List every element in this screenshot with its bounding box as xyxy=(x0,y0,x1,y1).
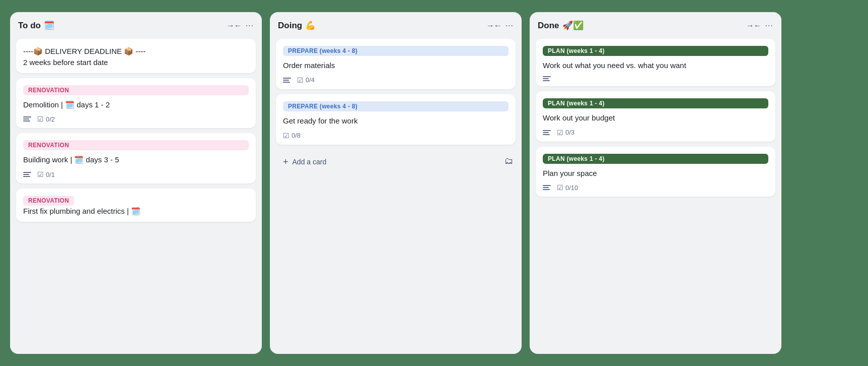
add-card-button[interactable]: + Add a card xyxy=(278,153,331,171)
get-ready-card[interactable]: PREPARE (weeks 4 - 8) Get ready for the … xyxy=(276,94,516,145)
todo-arrows-icon[interactable]: →← xyxy=(227,21,242,30)
work-out-need-tag: PLAN (weeks 1 - 4) xyxy=(543,46,768,56)
plus-icon: + xyxy=(283,157,288,167)
get-ready-footer: ☑ 0/8 xyxy=(283,132,509,140)
order-materials-title: Order materials xyxy=(283,60,509,71)
demolition-lines-icon xyxy=(23,116,31,121)
building-card-footer: ☑ 0/1 xyxy=(23,170,249,178)
budget-footer: ☑ 0/3 xyxy=(543,129,768,137)
budget-title: Work out your budget xyxy=(543,112,768,124)
doing-column-header: Doing 💪 →← ··· xyxy=(276,20,516,34)
budget-lines-icon xyxy=(543,130,551,135)
delivery-card[interactable]: ----📦 DELIVERY DEADLINE 📦 ----2 weeks be… xyxy=(16,39,256,73)
doing-title-text: Doing xyxy=(278,21,302,31)
get-ready-tag: PREPARE (weeks 4 - 8) xyxy=(283,101,509,111)
plan-space-checkbox-icon: ☑ 0/10 xyxy=(557,184,578,192)
get-ready-checkbox-count: 0/8 xyxy=(292,132,301,139)
order-materials-footer: ☑ 0/4 xyxy=(283,76,509,84)
done-column-actions: →← ··· xyxy=(746,21,773,30)
order-materials-card[interactable]: PREPARE (weeks 4 - 8) Order materials ☑ … xyxy=(276,39,516,89)
work-out-need-footer xyxy=(543,76,768,81)
checkbox-svg: ☑ xyxy=(37,115,44,123)
lines-icon xyxy=(23,116,31,121)
order-materials-tag: PREPARE (weeks 4 - 8) xyxy=(283,46,509,56)
checkbox-svg4: ☑ xyxy=(283,132,290,140)
todo-column: To do 🗓️ →← ··· ----📦 DELIVERY DEADLINE … xyxy=(10,12,262,354)
plan-space-card[interactable]: PLAN (weeks 1 - 4) Plan your space ☑ 0/1… xyxy=(536,147,775,197)
delivery-card-title: ----📦 DELIVERY DEADLINE 📦 ----2 weeks be… xyxy=(23,46,249,68)
checkbox-svg6: ☑ xyxy=(557,184,563,192)
get-ready-title: Get ready for the work xyxy=(283,115,509,127)
plumbing-card-title: First fix plumbing and electrics | 🗓️ xyxy=(23,206,249,217)
todo-title-emoji: 🗓️ xyxy=(44,20,54,31)
plan-space-lines-icon xyxy=(543,185,551,190)
checkbox-svg2: ☑ xyxy=(37,170,44,178)
budget-checkbox-icon: ☑ 0/3 xyxy=(557,129,574,137)
doing-title-emoji: 💪 xyxy=(305,20,316,31)
order-checkbox-count: 0/4 xyxy=(306,76,315,84)
demolition-checkbox-icon: ☑ 0/2 xyxy=(37,115,55,123)
done-column-header: Done 🚀✅ →← ··· xyxy=(536,20,775,34)
doing-column: Doing 💪 →← ··· PREPARE (weeks 4 - 8) Ord… xyxy=(270,12,522,354)
demolition-card-title: Demolition | 🗓️ days 1 - 2 xyxy=(23,99,249,110)
building-tag: RENOVATION xyxy=(23,140,249,150)
plumbing-card[interactable]: RENOVATION First fix plumbing and electr… xyxy=(16,189,256,222)
done-arrows-icon[interactable]: →← xyxy=(746,21,761,30)
checkbox-svg3: ☑ xyxy=(297,76,304,84)
lines-icon4 xyxy=(543,76,551,81)
lines-icon6 xyxy=(543,185,551,190)
doing-arrows-icon[interactable]: →← xyxy=(486,21,501,30)
done-column: Done 🚀✅ →← ··· PLAN (weeks 1 - 4) Work o… xyxy=(530,12,781,354)
done-column-title: Done 🚀✅ xyxy=(538,20,584,31)
template-icon[interactable]: 🗂 xyxy=(504,156,514,166)
work-out-need-card[interactable]: PLAN (weeks 1 - 4) Work out what you nee… xyxy=(536,39,775,86)
order-lines-icon xyxy=(283,78,291,83)
building-lines-icon xyxy=(23,172,31,177)
doing-more-icon[interactable]: ··· xyxy=(505,21,514,30)
plan-space-tag: PLAN (weeks 1 - 4) xyxy=(543,154,768,164)
done-title-emoji: 🚀✅ xyxy=(562,20,584,31)
building-checkbox-count: 0/1 xyxy=(46,171,55,178)
doing-column-title: Doing 💪 xyxy=(278,20,316,31)
add-card-label: Add a card xyxy=(293,158,327,166)
checkbox-svg5: ☑ xyxy=(557,129,563,137)
lines-icon5 xyxy=(543,130,551,135)
add-card-row: + Add a card 🗂 xyxy=(276,151,516,171)
budget-checkbox-count: 0/3 xyxy=(565,129,574,136)
todo-title-text: To do xyxy=(18,21,41,31)
work-out-need-title: Work out what you need vs. what you want xyxy=(543,60,768,71)
lines-icon2 xyxy=(23,172,31,177)
plan-space-checkbox-count: 0/10 xyxy=(565,184,578,192)
todo-more-icon[interactable]: ··· xyxy=(246,21,254,30)
budget-card[interactable]: PLAN (weeks 1 - 4) Work out your budget … xyxy=(536,91,775,142)
demolition-card-footer: ☑ 0/2 xyxy=(23,115,249,123)
demolition-checkbox-count: 0/2 xyxy=(46,115,55,123)
todo-column-actions: →← ··· xyxy=(227,21,254,30)
plan-space-footer: ☑ 0/10 xyxy=(543,184,768,192)
todo-column-title: To do 🗓️ xyxy=(18,20,54,31)
building-card[interactable]: RENOVATION Building work | 🗓️ days 3 - 5… xyxy=(16,133,256,184)
done-title-text: Done xyxy=(538,21,559,31)
plan-space-title: Plan your space xyxy=(543,168,768,179)
budget-tag: PLAN (weeks 1 - 4) xyxy=(543,98,768,108)
get-ready-checkbox-icon: ☑ 0/8 xyxy=(283,132,301,140)
order-checkbox-icon: ☑ 0/4 xyxy=(297,76,315,84)
demolition-tag: RENOVATION xyxy=(23,85,249,95)
doing-column-actions: →← ··· xyxy=(486,21,514,30)
lines-icon3 xyxy=(283,78,291,83)
work-out-lines-icon xyxy=(543,76,551,81)
building-card-title: Building work | 🗓️ days 3 - 5 xyxy=(23,154,249,165)
done-more-icon[interactable]: ··· xyxy=(765,21,773,30)
building-checkbox-icon: ☑ 0/1 xyxy=(37,170,55,178)
plumbing-tag: RENOVATION xyxy=(23,196,74,206)
demolition-card[interactable]: RENOVATION Demolition | 🗓️ days 1 - 2 ☑ … xyxy=(16,78,256,129)
todo-column-header: To do 🗓️ →← ··· xyxy=(16,20,256,34)
